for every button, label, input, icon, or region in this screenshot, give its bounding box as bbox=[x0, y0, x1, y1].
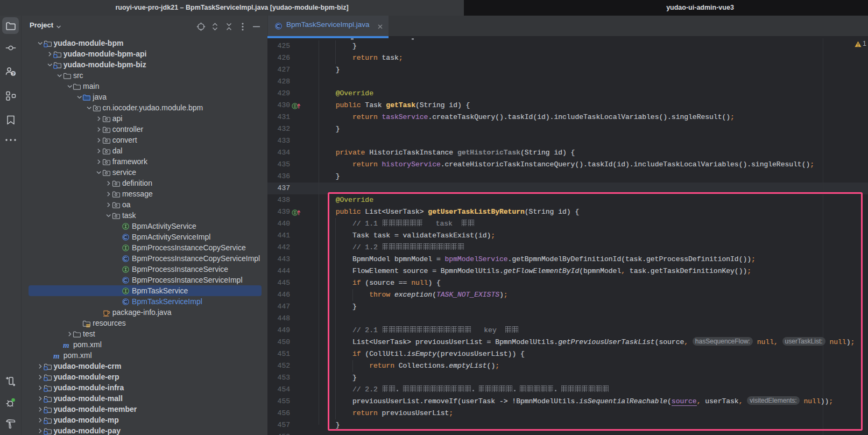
svg-text:m: m bbox=[53, 352, 60, 360]
svg-text:m: m bbox=[63, 341, 69, 349]
